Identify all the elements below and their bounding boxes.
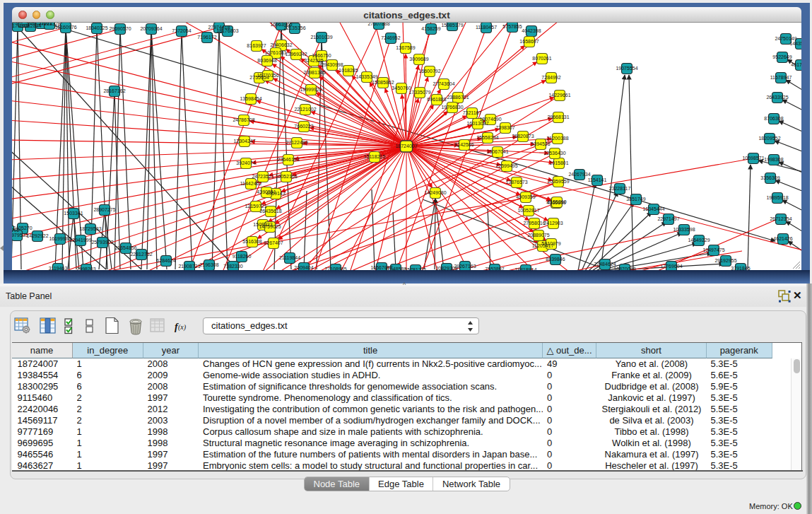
svg-text:7321167: 7321167 <box>463 110 482 115</box>
svg-text:5394526: 5394526 <box>531 141 550 146</box>
svg-text:4909359: 4909359 <box>516 194 535 199</box>
svg-text:16624623: 16624623 <box>12 23 34 24</box>
svg-text:20709364: 20709364 <box>140 26 162 31</box>
svg-text:14649229: 14649229 <box>688 238 710 243</box>
svg-text:15067041: 15067041 <box>486 149 508 154</box>
svg-text:23981345: 23981345 <box>303 70 325 75</box>
svg-text:24267934: 24267934 <box>568 172 590 177</box>
svg-text:10052166: 10052166 <box>275 174 297 179</box>
svg-text:2412903: 2412903 <box>543 221 563 226</box>
svg-text:13598454: 13598454 <box>240 96 261 101</box>
svg-text:29668131: 29668131 <box>547 115 569 119</box>
svg-text:16199985: 16199985 <box>49 236 71 241</box>
svg-text:11180457: 11180457 <box>476 25 497 30</box>
svg-text:12304247: 12304247 <box>233 139 255 144</box>
svg-text:1658697: 1658697 <box>519 39 539 44</box>
svg-text:8155260: 8155260 <box>547 199 566 204</box>
svg-text:26712354: 26712354 <box>770 216 792 221</box>
svg-text:27122489: 27122489 <box>286 140 307 145</box>
svg-text:5910979: 5910979 <box>541 241 560 246</box>
svg-text:13876573: 13876573 <box>505 180 527 185</box>
svg-text:27743604: 27743604 <box>433 81 454 86</box>
svg-text:29406632: 29406632 <box>270 42 292 47</box>
svg-text:26433925: 26433925 <box>766 95 788 100</box>
svg-text:16600792: 16600792 <box>418 69 440 74</box>
svg-text:7196172: 7196172 <box>197 35 216 40</box>
svg-text:4158259: 4158259 <box>421 26 440 31</box>
svg-text:8706308: 8706308 <box>764 116 783 121</box>
svg-text:24723521: 24723521 <box>252 174 273 179</box>
svg-text:27108985: 27108985 <box>324 267 346 270</box>
svg-text:8142586: 8142586 <box>454 142 473 147</box>
svg-text:18729533: 18729533 <box>79 226 101 231</box>
svg-text:22536430: 22536430 <box>543 151 565 156</box>
svg-text:3791845: 3791845 <box>731 266 750 270</box>
svg-text:29430998: 29430998 <box>321 62 343 67</box>
svg-text:3851749: 3851749 <box>626 197 645 201</box>
svg-text:18040325: 18040325 <box>86 25 107 30</box>
svg-text:18209552: 18209552 <box>758 136 780 141</box>
svg-text:21119844: 21119844 <box>279 255 300 260</box>
svg-text:10870088: 10870088 <box>613 267 635 270</box>
svg-text:9118260: 9118260 <box>233 254 252 259</box>
svg-text:8070261: 8070261 <box>532 56 551 61</box>
svg-text:15985179: 15985179 <box>441 23 463 28</box>
svg-text:25558294: 25558294 <box>476 135 498 140</box>
svg-text:2009404: 2009404 <box>294 265 313 270</box>
svg-text:22121002: 22121002 <box>294 107 316 112</box>
svg-text:23886721: 23886721 <box>447 95 469 100</box>
svg-text:26435618: 26435618 <box>259 209 281 214</box>
svg-text:11442462: 11442462 <box>240 181 262 186</box>
svg-text:14292922: 14292922 <box>26 233 48 238</box>
svg-text:2998203: 2998203 <box>76 267 95 270</box>
svg-text:14229661: 14229661 <box>548 93 570 98</box>
svg-text:19895918: 19895918 <box>766 195 788 200</box>
svg-text:9522649: 9522649 <box>772 54 792 59</box>
svg-text:29267163: 29267163 <box>454 264 476 269</box>
svg-text:15085862: 15085862 <box>372 80 394 85</box>
svg-text:5757855: 5757855 <box>502 24 522 29</box>
svg-text:23228117: 23228117 <box>609 186 631 191</box>
svg-text:21200388: 21200388 <box>546 136 568 141</box>
svg-text:16770156: 16770156 <box>257 73 278 78</box>
svg-text:24750149: 24750149 <box>775 36 796 41</box>
svg-text:13969242: 13969242 <box>285 52 307 57</box>
svg-text:7382330: 7382330 <box>223 264 242 269</box>
svg-text:3356309: 3356309 <box>760 175 779 180</box>
svg-text:21601039: 21601039 <box>310 35 332 40</box>
svg-text:7660223: 7660223 <box>294 124 313 129</box>
svg-text:26820873: 26820873 <box>512 134 534 139</box>
svg-text:3009689: 3009689 <box>409 57 428 62</box>
svg-text:2405270: 2405270 <box>13 226 32 230</box>
svg-text:8163927: 8163927 <box>247 43 266 48</box>
svg-text:14249080: 14249080 <box>424 190 446 195</box>
svg-text:6284624: 6284624 <box>156 258 175 263</box>
svg-text:19999920: 19999920 <box>300 87 322 92</box>
svg-text:3119463: 3119463 <box>49 266 68 270</box>
svg-text:7246952: 7246952 <box>381 35 400 40</box>
svg-text:14435188: 14435188 <box>789 41 801 46</box>
svg-text:1503341: 1503341 <box>64 211 83 216</box>
svg-text:14759025: 14759025 <box>259 224 281 229</box>
svg-text:2196308: 2196308 <box>199 262 218 267</box>
svg-text:24786708: 24786708 <box>233 117 254 122</box>
svg-text:22135356: 22135356 <box>283 25 305 30</box>
svg-text:18724007: 18724007 <box>395 144 417 148</box>
svg-text:28167162: 28167162 <box>103 88 125 93</box>
svg-text:10761081: 10761081 <box>264 50 286 55</box>
svg-text:20979533: 20979533 <box>12 233 28 238</box>
svg-text:22941999: 22941999 <box>69 238 91 243</box>
svg-text:4390551: 4390551 <box>257 189 276 194</box>
svg-text:27958016: 27958016 <box>523 221 545 226</box>
svg-text:19075554: 19075554 <box>616 66 637 71</box>
svg-text:19766830: 19766830 <box>441 105 463 110</box>
svg-text:11578947: 11578947 <box>770 75 792 80</box>
svg-text:6961888: 6961888 <box>427 97 446 102</box>
svg-text:20359559: 20359559 <box>547 179 569 184</box>
svg-text:17769604: 17769604 <box>660 264 682 269</box>
svg-text:7398307: 7398307 <box>495 125 514 130</box>
svg-text:18074690: 18074690 <box>479 117 501 122</box>
svg-text:3924074: 3924074 <box>236 160 255 165</box>
svg-text:22971497: 22971497 <box>657 216 679 221</box>
svg-text:16013087: 16013087 <box>466 121 488 126</box>
